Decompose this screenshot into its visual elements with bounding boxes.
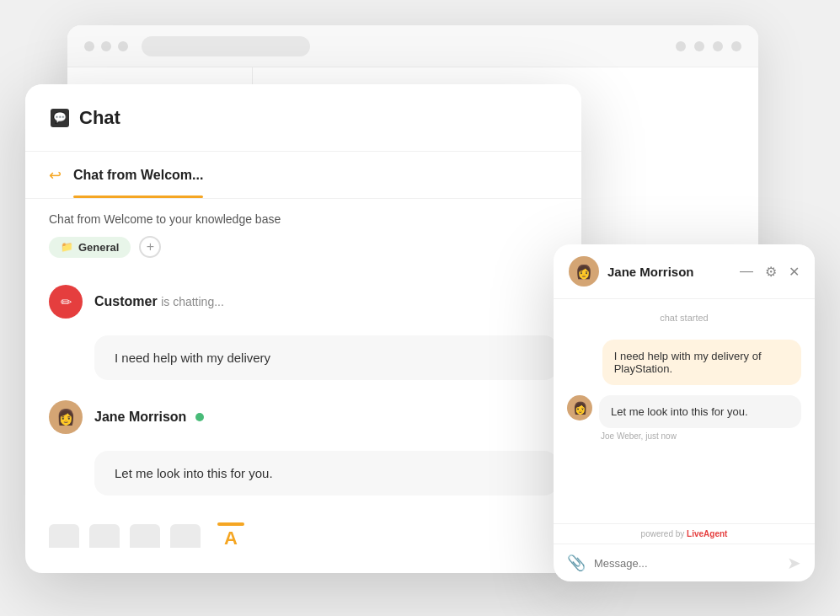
widget-input-bar: 📎 ➤ (554, 544, 815, 581)
tag-general[interactable]: 📁 General (49, 237, 131, 258)
agent-message-bubble: Let me look into this for you. (94, 451, 558, 495)
browser-toolbar (67, 25, 758, 67)
chat-tab-bar: ↩ Chat from Welcom... (25, 152, 581, 199)
widget-body: chat started I need help with my deliver… (554, 299, 815, 523)
toolbar-badge-2 (89, 524, 120, 548)
toolbar-badge-3 (130, 524, 160, 548)
tag-folder-icon: 📁 (61, 241, 73, 253)
chat-bottom-toolbar: A (25, 522, 581, 560)
widget-message-input[interactable] (594, 557, 778, 570)
chat-icon: 💬 (51, 109, 69, 127)
chat-panel: ↩ Chat from Welcom... Chat from Welcome … (25, 152, 581, 573)
action-dot-2 (694, 41, 704, 51)
page-title: Chat (79, 107, 120, 129)
agent-participant: 👩 Jane Morrison (49, 400, 558, 434)
action-dot-3 (713, 41, 723, 51)
widget-minimize-icon[interactable]: — (740, 264, 753, 279)
agent-name-row: Jane Morrison (94, 410, 204, 425)
tag-add-button[interactable]: + (139, 236, 161, 258)
agent-message-text: Let me look into this for you. (115, 466, 273, 480)
widget-agent-message-text: Let me look into this for you. (611, 405, 748, 418)
tag-general-label: General (78, 241, 119, 254)
browser-dots (84, 41, 128, 51)
browser-dot-2 (101, 41, 111, 51)
customer-avatar: ✏ (49, 285, 83, 319)
toolbar-text-wrapper: A (217, 522, 244, 549)
chat-tags: 📁 General + (25, 236, 581, 271)
browser-url-bar (142, 36, 310, 56)
customer-participant: ✏ Customer is chatting... (49, 285, 558, 319)
live-chat-widget: 👩 Jane Morrison — ⚙ ✕ chat started I nee… (554, 244, 815, 581)
customer-message-bubble: I need help with my delivery (94, 335, 558, 380)
browser-dot-3 (118, 41, 128, 51)
chat-subtitle: Chat from Welcome to your knowledge base (25, 199, 581, 236)
browser-dot-1 (84, 41, 94, 51)
toolbar-badge-4 (170, 524, 201, 548)
main-window-header: 💬 Chat (25, 84, 581, 152)
powered-by-text: powered by (641, 529, 685, 538)
customer-message-text: I need help with my delivery (115, 351, 270, 365)
widget-agent-avatar-small: 👩 (567, 395, 592, 420)
widget-header-actions: — ⚙ ✕ (740, 264, 800, 280)
action-dot-1 (676, 41, 686, 51)
toolbar-text-icon[interactable]: A (224, 528, 238, 549)
toolbar-underline (217, 522, 244, 526)
back-icon[interactable]: ↩ (49, 166, 62, 185)
action-dot-4 (731, 41, 741, 51)
main-content: ↩ Chat from Welcom... Chat from Welcome … (25, 152, 581, 573)
widget-agent-message-bubble: Let me look into this for you. (599, 395, 801, 428)
widget-close-icon[interactable]: ✕ (789, 264, 800, 280)
widget-header: 👩 Jane Morrison — ⚙ ✕ (554, 244, 815, 299)
widget-agent-message-row: 👩 Let me look into this for you. Joe Web… (567, 395, 801, 441)
send-icon[interactable]: ➤ (787, 553, 801, 573)
customer-name: Customer (94, 294, 158, 308)
widget-chat-started-label: chat started (567, 313, 801, 323)
toolbar-badge-1 (49, 524, 79, 548)
live-agent-brand: LiveAgent (687, 529, 727, 538)
widget-settings-icon[interactable]: ⚙ (765, 264, 777, 280)
chat-tab-label[interactable]: Chat from Welcom... (73, 168, 203, 183)
customer-name-row: Customer is chatting... (94, 294, 224, 309)
widget-agent-name: Jane Morrison (607, 265, 740, 279)
agent-avatar: 👩 (49, 400, 83, 434)
browser-actions (676, 41, 741, 51)
widget-agent-meta: Joe Weber, just now (601, 431, 801, 441)
widget-agent-message-content: Let me look into this for you. Joe Weber… (599, 395, 801, 441)
attachment-icon[interactable]: 📎 (567, 554, 586, 572)
widget-powered-by: powered by LiveAgent (554, 523, 815, 544)
widget-customer-message: I need help with my delivery of PlayStat… (602, 340, 801, 385)
chat-messages: ✏ Customer is chatting... I need help wi… (25, 271, 581, 522)
widget-customer-message-text: I need help with my delivery of PlayStat… (614, 350, 762, 375)
agent-name: Jane Morrison (94, 410, 186, 424)
online-indicator (195, 413, 204, 421)
widget-avatar: 👩 (569, 256, 599, 287)
main-chat-window: 💬 Chat ↩ Chat from Welcom... Chat from W… (25, 84, 581, 573)
customer-status: is chatting... (161, 295, 224, 308)
